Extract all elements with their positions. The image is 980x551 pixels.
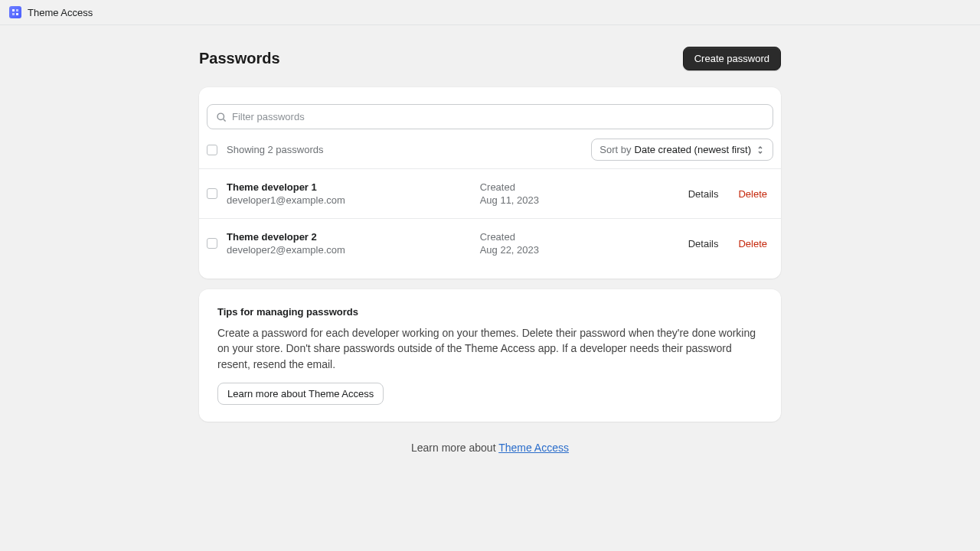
svg-rect-3 [16, 13, 18, 15]
developer-email: developer1@example.com [227, 194, 471, 206]
page-header: Passwords Create password [199, 47, 781, 70]
svg-line-5 [224, 119, 226, 121]
filter-passwords-input[interactable] [207, 104, 773, 129]
footer-text: Learn more about Theme Access [199, 442, 781, 454]
topbar: Theme Access [0, 0, 980, 25]
tips-body: Create a password for each developer wor… [217, 325, 763, 372]
svg-rect-1 [16, 9, 18, 11]
row-checkbox[interactable] [207, 238, 217, 249]
create-password-button[interactable]: Create password [683, 47, 781, 70]
created-label: Created [480, 181, 679, 193]
svg-point-4 [217, 113, 224, 119]
sort-updown-icon [756, 145, 765, 155]
footer-link[interactable]: Theme Access [498, 442, 569, 454]
sort-label: Sort by [599, 144, 631, 155]
sort-value: Date created (newest first) [635, 144, 751, 155]
footer-prefix: Learn more about [411, 442, 498, 454]
list-item: Theme developer 2 developer2@example.com… [199, 218, 781, 268]
developer-name: Theme developer 1 [227, 181, 471, 193]
created-date: Aug 22, 2023 [480, 244, 679, 256]
tips-title: Tips for managing passwords [217, 306, 763, 318]
showing-count-text: Showing 2 passwords [227, 144, 323, 155]
developer-name: Theme developer 2 [227, 231, 471, 243]
app-icon [9, 6, 21, 18]
app-glyph-icon [11, 8, 19, 16]
page-title: Passwords [199, 50, 280, 67]
created-label: Created [480, 231, 679, 243]
details-button[interactable]: Details [688, 238, 719, 249]
search-icon [216, 112, 227, 122]
passwords-card: Showing 2 passwords Sort by Date created… [199, 87, 781, 279]
details-button[interactable]: Details [688, 188, 719, 200]
svg-rect-2 [12, 13, 15, 15]
app-title: Theme Access [28, 7, 93, 18]
select-all-checkbox[interactable] [207, 145, 217, 155]
row-checkbox[interactable] [207, 188, 217, 199]
list-item: Theme developer 1 developer1@example.com… [199, 168, 781, 218]
tips-card: Tips for managing passwords Create a pas… [199, 289, 781, 422]
list-toolbar: Showing 2 passwords Sort by Date created… [199, 135, 781, 168]
sort-button[interactable]: Sort by Date created (newest first) [591, 139, 773, 161]
learn-more-tips-button[interactable]: Learn more about Theme Access [217, 383, 384, 405]
svg-rect-0 [12, 9, 15, 11]
delete-button[interactable]: Delete [738, 188, 767, 200]
delete-button[interactable]: Delete [738, 238, 767, 249]
developer-email: developer2@example.com [227, 244, 471, 256]
created-date: Aug 11, 2023 [480, 194, 679, 206]
